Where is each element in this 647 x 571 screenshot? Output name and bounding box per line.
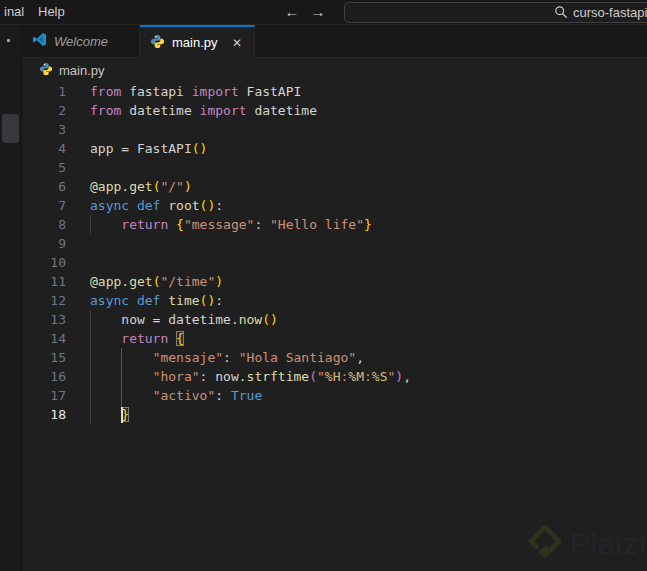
code-line[interactable]: 11@app.get("/time"): [22, 272, 647, 291]
code-line[interactable]: 6@app.get("/"): [22, 177, 647, 196]
code-token: "message": [184, 217, 254, 232]
code-token: fastapi: [121, 84, 191, 99]
code-token: :: [215, 293, 223, 308]
line-number: 7: [22, 196, 66, 215]
code-line[interactable]: 4app = FastAPI(): [22, 139, 647, 158]
code-line[interactable]: 18 }: [22, 405, 647, 424]
code-line[interactable]: 15 "mensaje": "Hola Santiago",: [22, 348, 647, 367]
activity-bar-active-item[interactable]: [2, 114, 19, 143]
code-token: [90, 217, 121, 232]
code-editor[interactable]: 1from fastapi import FastAPI2from dateti…: [22, 82, 647, 571]
platzi-watermark-text: Platzi: [570, 527, 646, 561]
code-line-content: return {"message": "Hello life"}: [90, 215, 372, 234]
code-line[interactable]: 12async def time():: [22, 291, 647, 310]
code-token: %H: [325, 369, 341, 384]
code-token: %M: [348, 369, 364, 384]
search-icon: [554, 5, 568, 23]
line-number: 16: [22, 367, 66, 386]
code-line[interactable]: 14 return {: [22, 329, 647, 348]
code-line[interactable]: 5: [22, 158, 647, 177]
code-token: :: [364, 369, 372, 384]
code-token: datetime: [247, 103, 317, 118]
activity-bar-dot: [7, 39, 10, 42]
code-line-content: from datetime import datetime: [90, 101, 317, 120]
code-token: "activo": [153, 388, 216, 403]
code-line[interactable]: 17 "activo": True: [22, 386, 647, 405]
code-line[interactable]: 1from fastapi import FastAPI: [22, 82, 647, 101]
code-token: {: [176, 331, 184, 346]
code-token: async: [90, 293, 129, 308]
code-token: datetime: [121, 103, 199, 118]
breadcrumb[interactable]: main.py: [22, 58, 647, 82]
nav-back-icon[interactable]: ←: [281, 0, 303, 24]
code-token: [129, 293, 137, 308]
code-token: now = datetime.: [90, 312, 239, 327]
code-token: :: [215, 198, 223, 213]
line-number: 18: [22, 405, 66, 424]
code-token: {: [176, 217, 184, 232]
code-line-content: "mensaje": "Hola Santiago",: [90, 348, 364, 367]
platzi-logo-icon: [528, 523, 562, 565]
menu-terminal-cut[interactable]: inal: [0, 0, 28, 24]
code-token: FastAPI: [239, 84, 302, 99]
code-token: [129, 198, 137, 213]
line-number: 5: [22, 158, 66, 177]
code-token: :: [254, 217, 270, 232]
code-line[interactable]: 3: [22, 120, 647, 139]
code-line-content: @app.get("/"): [90, 177, 192, 196]
code-token: ,: [403, 369, 411, 384]
code-token: async: [90, 198, 129, 213]
code-line[interactable]: 7async def root():: [22, 196, 647, 215]
command-center-searchbox[interactable]: curso-fastapi: [344, 2, 647, 23]
code-line[interactable]: 8 return {"message": "Hello life"}: [22, 215, 647, 234]
code-line[interactable]: 16 "hora": now.strftime("%H:%M:%S"),: [22, 367, 647, 386]
code-token: True: [231, 388, 262, 403]
code-token: @app.get: [90, 274, 153, 289]
close-icon[interactable]: ✕: [230, 35, 244, 51]
line-number: 11: [22, 272, 66, 291]
line-number: 3: [22, 120, 66, 139]
code-line-content: async def time():: [90, 291, 223, 310]
code-token: strftime: [247, 369, 310, 384]
tab-welcome[interactable]: Welcome: [22, 25, 140, 57]
tab-label: Welcome: [54, 34, 108, 49]
code-token: import: [200, 103, 247, 118]
workspace-name: curso-fastapi: [573, 3, 647, 22]
code-line[interactable]: 10: [22, 253, 647, 272]
menu-help[interactable]: Help: [34, 0, 69, 24]
line-number: 10: [22, 253, 66, 272]
code-token: @app.get: [90, 179, 153, 194]
vscode-window: inal Help ← → curso-fastapi Welcome main…: [0, 0, 647, 571]
code-token: import: [192, 84, 239, 99]
code-token: return: [121, 331, 168, 346]
code-token: (): [262, 312, 278, 327]
code-token: ": [317, 369, 325, 384]
tab-main-py[interactable]: main.py ✕: [140, 25, 255, 58]
code-line-content: "hora": now.strftime("%H:%M:%S"),: [90, 367, 411, 386]
code-token: %S: [372, 369, 388, 384]
code-token: return: [121, 217, 168, 232]
code-token: "hora": [153, 369, 200, 384]
python-logo-icon: [39, 62, 53, 79]
line-number: 13: [22, 310, 66, 329]
code-line-content: @app.get("/time"): [90, 272, 223, 291]
nav-forward-icon[interactable]: →: [307, 0, 329, 24]
tab-label: main.py: [172, 35, 218, 50]
indent-guide: [90, 215, 91, 234]
code-line[interactable]: 9: [22, 234, 647, 253]
python-logo-icon: [150, 34, 165, 52]
indent-guide: [121, 348, 122, 409]
vscode-logo-icon: [32, 32, 47, 50]
line-number: 1: [22, 82, 66, 101]
code-line[interactable]: 13 now = datetime.now(): [22, 310, 647, 329]
code-line-content: "activo": True: [90, 386, 262, 405]
text-cursor: [121, 407, 123, 423]
code-line[interactable]: 2from datetime import datetime: [22, 101, 647, 120]
code-line-content: app = FastAPI(): [90, 139, 207, 158]
code-token: [90, 331, 121, 346]
line-number: 8: [22, 215, 66, 234]
code-token: (): [192, 141, 208, 156]
line-number: 6: [22, 177, 66, 196]
code-token: from: [90, 84, 121, 99]
code-line-content: async def root():: [90, 196, 223, 215]
